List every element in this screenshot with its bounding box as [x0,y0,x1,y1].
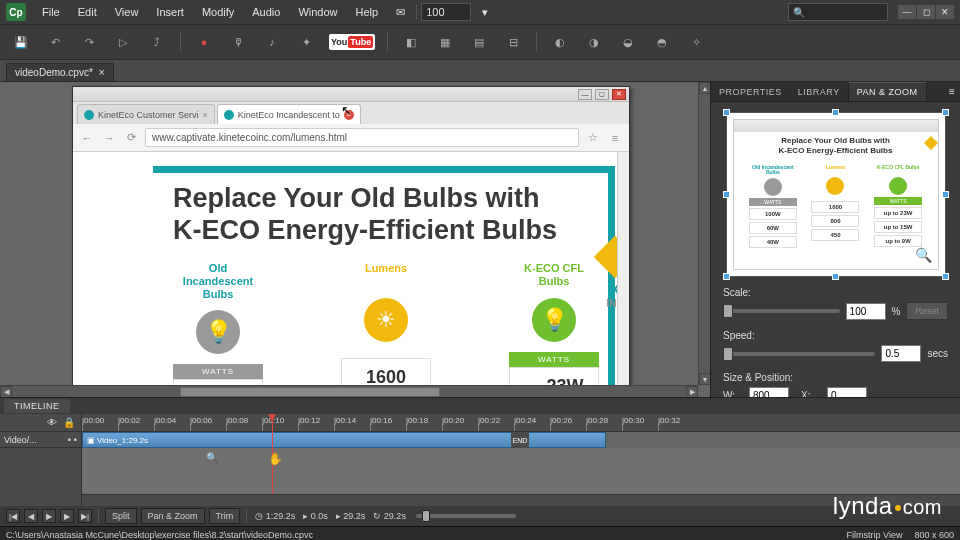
resize-handle[interactable] [723,273,730,280]
magnifier-marker-icon[interactable]: 🔍 [206,452,218,463]
view-mode-label[interactable]: Filmstrip View [847,530,903,540]
menu-modify[interactable]: Modify [194,3,242,21]
speed-input[interactable] [881,345,921,362]
record-icon[interactable]: ● [193,31,215,53]
layout-3-icon[interactable]: ⊟ [502,31,524,53]
webpage-scrollbar[interactable] [617,152,629,397]
publish-icon[interactable]: ⤴ [146,31,168,53]
zoom-slider[interactable] [416,514,516,518]
zoom-input[interactable] [421,3,471,21]
youtube-icon[interactable]: YouTube [329,34,375,50]
resize-handle[interactable] [942,109,949,116]
timeline-scrollbar[interactable] [82,494,960,506]
resize-handle[interactable] [942,191,949,198]
forward-icon[interactable]: → [101,130,117,146]
resize-handle[interactable] [832,109,839,116]
crop-icon[interactable]: ◧ [400,31,422,53]
window-close[interactable]: ✕ [936,5,954,19]
menu-edit[interactable]: Edit [70,3,105,21]
document-tab[interactable]: videoDemo.cpvc* × [6,63,114,81]
stage: — ◻ ✕ KinetEco Customer Servi × KinetEco… [0,82,710,397]
resize-handle[interactable] [723,109,730,116]
tab-properties[interactable]: PROPERTIES [711,83,790,101]
microphone-icon[interactable]: 🎙 [227,31,249,53]
track-label[interactable]: Video/...•• [0,432,81,448]
layout-2-icon[interactable]: ▤ [468,31,490,53]
pan-zoom-button[interactable]: Pan & Zoom [141,508,205,524]
video-clip[interactable]: ▣Video_1:29.2s END [82,432,606,448]
effects-icon[interactable]: ✦ [295,31,317,53]
back-icon[interactable]: ← [79,130,95,146]
next-frame-icon[interactable]: ▶ [60,509,74,523]
column-cfl-bulbs: K-ECO CFL Bulbs 💡 WATTS up to23W [509,262,599,397]
browser-window-preview: — ◻ ✕ KinetEco Customer Servi × KinetEco… [72,86,630,397]
transition-4-icon[interactable]: ◓ [651,31,673,53]
zoom-dropdown-icon[interactable]: ▾ [476,3,494,21]
close-icon[interactable]: × [99,67,105,78]
search-field[interactable]: 🔍 [788,3,888,21]
width-input[interactable] [749,387,789,397]
effects-2-icon[interactable]: ✧ [685,31,707,53]
timeline-tab[interactable]: TIMELINE [4,399,70,413]
eye-icon[interactable]: 👁 [47,417,57,428]
browser-tab-1[interactable]: KinetEco Customer Servi × [77,104,215,124]
lock-icon[interactable]: 🔒 [63,417,75,428]
browser-tab-2[interactable]: KinetEco Incandescent to × [217,104,361,124]
browser-close[interactable]: ✕ [612,89,626,100]
menu-audio[interactable]: Audio [244,3,288,21]
mail-icon[interactable]: ✉ [391,3,409,21]
reload-icon[interactable]: ⟳ [123,130,139,146]
transition-1-icon[interactable]: ◐ [549,31,571,53]
first-frame-icon[interactable]: |◀ [6,509,20,523]
bookmark-icon[interactable]: ☆ [585,130,601,146]
timeline-ruler[interactable]: |00:00|00:02|00:04|00:06|00:08|00:10|00:… [82,414,960,432]
panel-menu-icon[interactable]: ≡ [944,86,960,97]
stage-vertical-scrollbar[interactable]: ▲▼ [698,82,710,385]
lynda-watermark: lyndacom [833,492,942,520]
page-headline: Replace Your Old Bulbs with K-ECO Energy… [173,182,557,247]
scale-input[interactable] [846,303,886,320]
pan-zoom-thumbnail[interactable]: Replace Your Old Bulbs withK-ECO Energy-… [726,112,946,277]
menu-window[interactable]: Window [290,3,345,21]
transition-2-icon[interactable]: ◑ [583,31,605,53]
browser-minimize[interactable]: — [578,89,592,100]
play-icon[interactable]: ▶ [42,509,56,523]
tab-library[interactable]: LIBRARY [790,83,848,101]
resize-handle[interactable] [832,273,839,280]
tab-close-icon[interactable]: × [203,110,208,120]
redo-icon[interactable]: ↷ [78,31,100,53]
menu-insert[interactable]: Insert [148,3,192,21]
magnifier-icon[interactable]: 🔍 [915,247,932,263]
speed-slider[interactable] [723,352,875,356]
prev-frame-icon[interactable]: ◀ [24,509,38,523]
webpage-content: Replace Your Old Bulbs with K-ECO Energy… [73,152,629,397]
reset-button[interactable]: Reset [906,302,948,320]
menu-view[interactable]: View [107,3,147,21]
music-icon[interactable]: ♪ [261,31,283,53]
undo-icon[interactable]: ↶ [44,31,66,53]
trim-button[interactable]: Trim [209,508,241,524]
browser-maximize[interactable]: ◻ [595,89,609,100]
preview-icon[interactable]: ▷ [112,31,134,53]
scale-slider[interactable] [723,309,840,313]
status-path: C:\Users\Anastasia McCune\Desktop\exerci… [6,530,313,540]
sizepos-label: Size & Position: [723,372,948,383]
menu-file[interactable]: File [34,3,68,21]
split-button[interactable]: Split [105,508,137,524]
hamburger-icon[interactable]: ≡ [607,130,623,146]
layout-1-icon[interactable]: ▦ [434,31,456,53]
address-bar[interactable]: www.captivate.kinetecoinc.com/lumens.htm… [145,128,579,147]
save-icon[interactable]: 💾 [10,31,32,53]
resize-handle[interactable] [723,191,730,198]
window-minimize[interactable]: — [898,5,916,19]
last-frame-icon[interactable]: ▶| [78,509,92,523]
stage-horizontal-scrollbar[interactable]: ◀ ▶ [0,385,698,397]
window-maximize[interactable]: ◻ [917,5,935,19]
timeline-panel: TIMELINE 👁🔒 Video/...•• |00:00|00:02|00:… [0,397,960,526]
transition-3-icon[interactable]: ◒ [617,31,639,53]
tab-pan-zoom[interactable]: PAN & ZOOM [848,82,927,101]
menu-help[interactable]: Help [348,3,387,21]
resize-handle[interactable] [942,273,949,280]
out-point-label: ▸ 29.2s [336,511,366,521]
x-input[interactable] [827,387,867,397]
